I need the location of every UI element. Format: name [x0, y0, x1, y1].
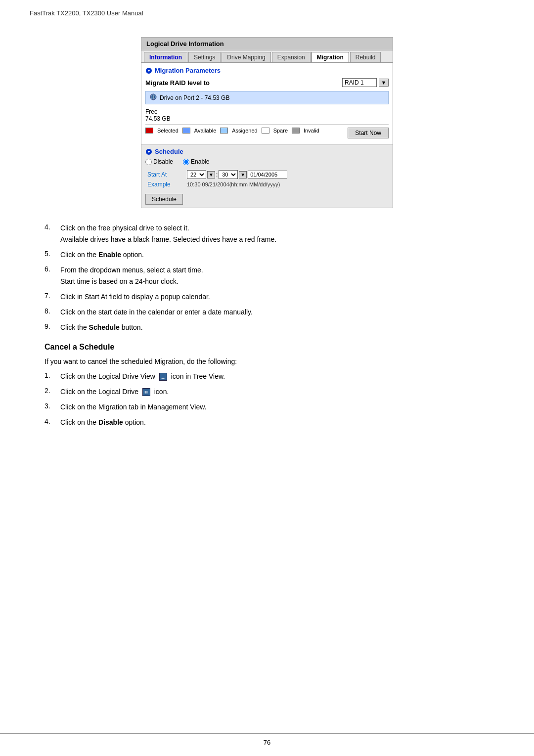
instruction-item-6: 6. From the dropdown menus, select a sta…	[44, 265, 490, 287]
drive-info-area: Free 74.53 GB	[145, 106, 389, 125]
enable-radio-label[interactable]: Enable	[183, 158, 209, 165]
legend-startnow-row: Start Now Selected Available Assigened S…	[145, 128, 389, 140]
legend-available-box	[182, 128, 190, 133]
panel-body: Migration Parameters Migrate RAID level …	[141, 63, 393, 144]
legend-selected-label: Selected	[157, 128, 178, 133]
migration-params-header: Migration Parameters	[145, 67, 389, 74]
content-area: Logical Drive Information Information Se…	[0, 22, 534, 447]
step-text-4: Click on the free physical drive to sele…	[60, 223, 276, 245]
raid-input[interactable]	[342, 78, 377, 87]
minute-select[interactable]: 30	[219, 170, 238, 179]
raid-dropdown-btn[interactable]: ▼	[379, 79, 389, 87]
header-title: FastTrak TX2200, TX2300 User Manual	[30, 9, 143, 17]
tab-information[interactable]: Information	[144, 52, 187, 62]
cancel-item-3: 3. Click on the Migration tab in Managem…	[44, 402, 490, 412]
free-label: Free	[145, 108, 389, 115]
page-container: FastTrak TX2200, TX2300 User Manual Logi…	[0, 0, 534, 756]
hour-dropdown[interactable]: ▼	[207, 171, 215, 178]
disable-radio[interactable]	[145, 159, 152, 165]
step5-bold: Enable	[98, 251, 121, 259]
step-text-8: Click on the start date in the calendar …	[60, 307, 253, 317]
header: FastTrak TX2200, TX2300 User Manual	[0, 0, 534, 22]
step-text-5: Click on the Enable option.	[60, 250, 144, 260]
step-number-9: 9.	[44, 322, 54, 333]
step-number-8: 8.	[44, 307, 54, 317]
hour-select[interactable]: 22	[187, 170, 206, 179]
drive-row[interactable]: Drive on Port 2 - 74.53 GB	[145, 91, 389, 104]
cancel-step-1: Click on the Logical Drive View ☷ icon i…	[60, 371, 225, 382]
schedule-section: Schedule Disable Enable Start At	[141, 144, 393, 208]
step-text-6: From the dropdown menus, select a start …	[60, 265, 203, 287]
disable-radio-label[interactable]: Disable	[145, 158, 173, 165]
cancel-step-4: Click on the Disable option.	[60, 417, 146, 428]
logical-drive-view-icon: ☷	[159, 373, 167, 381]
instruction-item-8: 8. Click on the start date in the calend…	[44, 307, 490, 317]
cancel-item-4: 4. Click on the Disable option.	[44, 417, 490, 428]
legend-invalid-label: Invalid	[304, 128, 319, 133]
step-number-4: 4.	[44, 223, 54, 245]
disable-label: Disable	[153, 158, 173, 165]
time-group: 22 ▼ : 30 ▼	[187, 170, 387, 179]
migrate-raid-label: Migrate RAID level to	[145, 79, 210, 87]
param-table: Start At 22 ▼ : 30	[145, 169, 389, 189]
example-label: Example	[145, 180, 185, 189]
legend-assigned-box	[220, 128, 228, 133]
start-at-row: Start At 22 ▼ : 30	[145, 169, 389, 180]
enable-label: Enable	[191, 158, 209, 165]
step6-sub: Start time is based on a 24-hour clock.	[60, 276, 203, 287]
footer: 76	[0, 733, 534, 746]
legend-selected-box	[145, 128, 153, 133]
example-row: Example 10:30 09/21/2004(hh:mm MM/dd/yyy…	[145, 180, 389, 189]
ui-panel: Logical Drive Information Information Se…	[141, 37, 393, 208]
cancel-step-4-num: 4.	[44, 417, 54, 428]
tabs-row: Information Settings Drive Mapping Expan…	[141, 50, 393, 63]
instruction-item-9: 9. Click the Schedule button.	[44, 322, 490, 333]
legend-available-label: Available	[194, 128, 216, 133]
enable-radio[interactable]	[183, 159, 189, 165]
tab-rebuild[interactable]: Rebuild	[350, 52, 381, 62]
tab-expansion[interactable]: Expansion	[272, 52, 311, 62]
example-value: 10:30 09/21/2004(hh:mm MM/dd/yyyy)	[185, 180, 389, 189]
step4-sub: Available drives have a black frame. Sel…	[60, 234, 276, 245]
tab-drive-mapping[interactable]: Drive Mapping	[222, 52, 270, 62]
page-number: 76	[264, 739, 270, 746]
step-text-7: Click in Start At field to display a pop…	[60, 292, 210, 302]
legend-invalid-box	[292, 128, 300, 133]
cancel-step-1-num: 1.	[44, 371, 54, 382]
logical-drive-icon: ☷	[142, 388, 150, 396]
legend-spare-label: Spare	[273, 128, 288, 133]
cancel-step-2: Click on the Logical Drive ☷ icon.	[60, 387, 169, 397]
step-text-9: Click the Schedule button.	[60, 322, 143, 333]
radio-row: Disable Enable	[145, 158, 389, 165]
step9-bold: Schedule	[89, 323, 120, 331]
tab-settings[interactable]: Settings	[188, 52, 221, 62]
cancel-step-2-num: 2.	[44, 387, 54, 397]
instruction-item-7: 7. Click in Start At field to display a …	[44, 292, 490, 302]
step-number-7: 7.	[44, 292, 54, 302]
legend-spare-box	[262, 128, 269, 133]
migration-arrow-icon	[145, 67, 152, 74]
legend-row: Selected Available Assigened Spare Inval…	[145, 128, 348, 133]
panel-title: Logical Drive Information	[141, 38, 393, 50]
colon-separator: :	[216, 171, 218, 178]
tab-migration[interactable]: Migration	[312, 52, 349, 62]
schedule-label: Schedule	[155, 148, 183, 155]
cancel-item-1: 1. Click on the Logical Drive View ☷ ico…	[44, 371, 490, 382]
schedule-button[interactable]: Schedule	[145, 194, 183, 205]
start-now-button[interactable]: Start Now	[348, 128, 389, 138]
step-number-5: 5.	[44, 250, 54, 260]
cancel-section-title: Cancel a Schedule	[44, 343, 490, 352]
migration-params-label: Migration Parameters	[155, 67, 221, 74]
date-input[interactable]	[248, 171, 287, 178]
schedule-arrow-icon	[145, 148, 152, 155]
legend-assigned-label: Assigened	[232, 128, 257, 133]
instructions: 4. Click on the free physical drive to s…	[40, 223, 494, 428]
step4-disable-bold: Disable	[98, 418, 123, 426]
cancel-intro: If you want to cancel the scheduled Migr…	[44, 357, 490, 365]
free-size: 74.53 GB	[145, 115, 389, 122]
migrate-raid-row: Migrate RAID level to ▼	[145, 78, 389, 87]
step-number-6: 6.	[44, 265, 54, 287]
drive-icon	[150, 93, 157, 102]
minute-dropdown[interactable]: ▼	[239, 171, 247, 178]
cancel-step-3: Click on the Migration tab in Management…	[60, 402, 206, 412]
